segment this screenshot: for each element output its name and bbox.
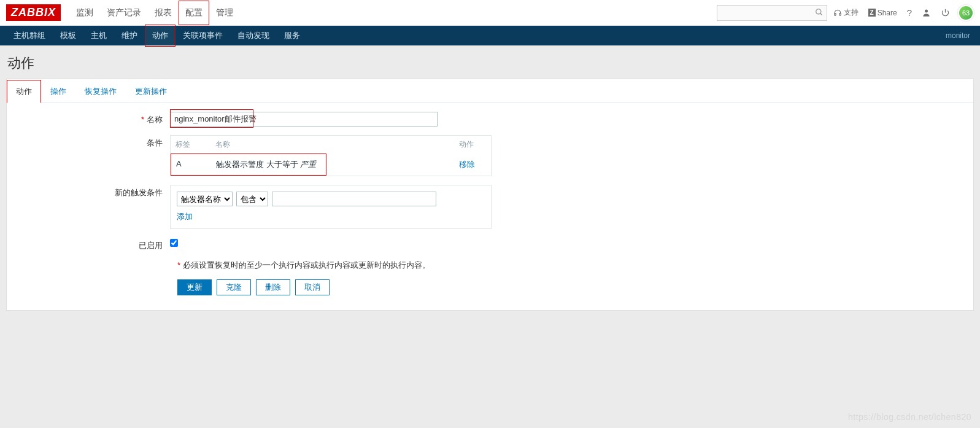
new-condition-value-input[interactable] — [272, 192, 436, 206]
cond-tag: A — [171, 154, 211, 175]
brand-logo[interactable]: ZABBIX — [6, 4, 61, 21]
tab-1[interactable]: 操作 — [41, 80, 75, 103]
enabled-label: 已启用 — [19, 238, 170, 251]
warning-message: 必须设置恢复时的至少一个执行内容或执行内容或更新时的执行内容。 — [183, 260, 430, 270]
search-input[interactable] — [717, 5, 827, 21]
add-condition-link[interactable]: 添加 — [177, 211, 485, 222]
sub-menu-item-0[interactable]: 主机群组 — [6, 25, 53, 47]
top-nav: ZABBIX 监测资产记录报表配置管理 支持 Z Share ? 63 — [0, 0, 980, 26]
condition-highlight-box: A 触发器示警度 大于等于 严重 — [171, 154, 326, 176]
form-row-name: *名称 — [19, 112, 961, 126]
update-button[interactable]: 更新 — [177, 279, 212, 295]
cond-head-action: 动作 — [454, 136, 491, 154]
search-wrap — [717, 5, 827, 21]
cond-name-italic: 严重 — [300, 160, 316, 169]
conditions-header: 标签 名称 动作 — [171, 136, 491, 154]
tab-3[interactable]: 更新操作 — [126, 80, 176, 103]
new-condition-operator-select[interactable]: 包含 — [236, 192, 268, 206]
top-menu-item-2[interactable]: 报表 — [148, 1, 179, 25]
new-condition-type-select[interactable]: 触发器名称 — [177, 192, 233, 206]
cond-name: 触发器示警度 大于等于 严重 — [211, 154, 326, 175]
sub-menu: 主机群组模板主机维护动作关联项事件自动发现服务 — [6, 25, 307, 47]
cond-name-prefix: 触发器示警度 大于等于 — [216, 160, 300, 169]
form-row-new-condition: 新的触发条件 触发器名称 包含 添加 — [19, 185, 961, 229]
new-condition-controls: 触发器名称 包含 — [177, 192, 436, 206]
enabled-wrap — [170, 238, 178, 247]
top-right: 支持 Z Share ? 63 — [717, 5, 974, 21]
button-row: 更新 克隆 删除 取消 — [177, 279, 961, 295]
help-icon[interactable]: ? — [903, 5, 916, 20]
form-footer: *必须设置恢复时的至少一个执行内容或执行内容或更新时的执行内容。 更新 克隆 删… — [177, 260, 961, 295]
name-input-wrap — [170, 112, 438, 126]
svg-line-1 — [820, 13, 822, 15]
support-label: 支持 — [844, 7, 858, 18]
top-menu: 监测资产记录报表配置管理 — [69, 1, 240, 25]
name-label-text: 名称 — [147, 115, 163, 124]
sub-menu-item-2[interactable]: 主机 — [83, 25, 114, 47]
top-menu-item-0[interactable]: 监测 — [69, 1, 100, 25]
form-row-enabled: 已启用 — [19, 238, 961, 251]
enabled-checkbox[interactable] — [170, 239, 178, 247]
form-area: *名称 条件 标签 名称 动作 A 触发器示警度 大于等于 严重 — [7, 103, 973, 310]
sub-nav-right: monitor — [946, 31, 974, 40]
top-menu-item-4[interactable]: 管理 — [209, 1, 240, 25]
new-condition-box: 触发器名称 包含 添加 — [170, 185, 492, 229]
share-icon: Z — [868, 9, 876, 17]
top-menu-item-3[interactable]: 配置 — [179, 1, 209, 25]
new-condition-label: 新的触发条件 — [19, 185, 170, 198]
svg-rect-2 — [834, 13, 835, 15]
support-link[interactable]: 支持 — [830, 5, 862, 20]
page-title: 动作 — [7, 54, 973, 72]
sub-nav: 主机群组模板主机维护动作关联项事件自动发现服务 monitor — [0, 26, 980, 45]
headset-icon — [833, 9, 842, 17]
sub-menu-item-1[interactable]: 模板 — [53, 25, 83, 47]
form-row-conditions: 条件 标签 名称 动作 A 触发器示警度 大于等于 严重 移除 — [19, 135, 961, 176]
sub-menu-item-5[interactable]: 关联项事件 — [176, 25, 230, 47]
content-card: 动作操作恢复操作更新操作 *名称 条件 标签 名称 动作 A — [6, 79, 974, 311]
condition-row: A 触发器示警度 大于等于 严重 移除 — [171, 154, 491, 176]
required-asterisk: * — [141, 115, 144, 124]
svg-point-4 — [925, 10, 928, 13]
remove-condition-link[interactable]: 移除 — [454, 154, 491, 175]
svg-point-0 — [816, 9, 820, 14]
share-link[interactable]: Z Share — [865, 6, 901, 20]
delete-button[interactable]: 删除 — [256, 279, 290, 295]
conditions-label: 条件 — [19, 135, 170, 149]
page-title-row: 动作 — [0, 45, 980, 79]
sub-menu-item-3[interactable]: 维护 — [114, 25, 145, 47]
tab-2[interactable]: 恢复操作 — [75, 80, 126, 103]
tab-0[interactable]: 动作 — [7, 80, 41, 103]
top-menu-item-1[interactable]: 资产记录 — [100, 1, 148, 25]
required-asterisk: * — [177, 260, 180, 270]
cond-head-name: 名称 — [210, 136, 454, 154]
tabs-row: 动作操作恢复操作更新操作 — [7, 79, 973, 103]
share-label: Share — [878, 9, 897, 17]
sub-menu-item-4[interactable]: 动作 — [145, 25, 176, 47]
power-icon[interactable] — [937, 6, 954, 20]
user-icon[interactable] — [918, 6, 935, 20]
name-input[interactable] — [170, 112, 438, 126]
warning-text: *必须设置恢复时的至少一个执行内容或执行内容或更新时的执行内容。 — [177, 260, 961, 271]
conditions-table: 标签 名称 动作 A 触发器示警度 大于等于 严重 移除 — [170, 135, 492, 176]
name-label: *名称 — [19, 112, 170, 125]
search-icon[interactable] — [815, 8, 824, 17]
svg-rect-3 — [839, 13, 840, 15]
clone-button[interactable]: 克隆 — [217, 279, 251, 295]
cond-head-tag: 标签 — [171, 136, 210, 154]
cancel-button[interactable]: 取消 — [295, 279, 330, 295]
sub-menu-item-6[interactable]: 自动发现 — [230, 25, 277, 47]
notification-badge[interactable]: 63 — [958, 5, 974, 21]
sub-menu-item-7[interactable]: 服务 — [277, 25, 307, 47]
